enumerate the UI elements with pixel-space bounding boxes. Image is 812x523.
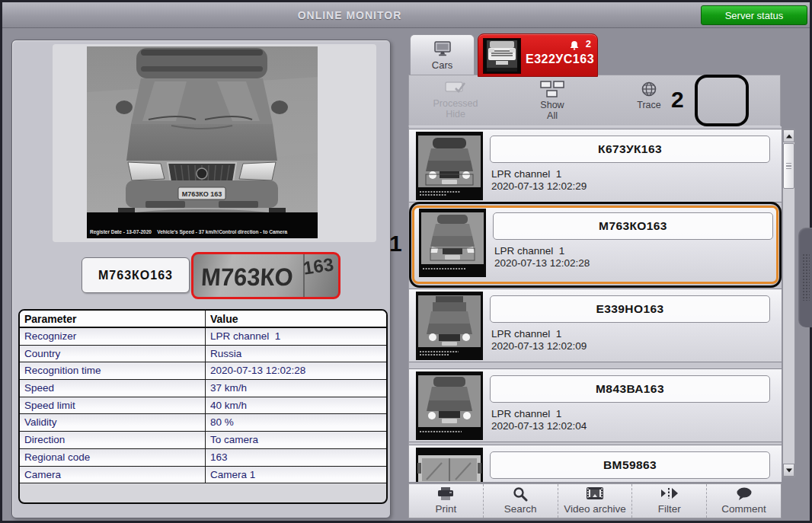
filter-label: Filter xyxy=(632,503,706,515)
row-parameter: Direction xyxy=(20,432,206,448)
row-parameter: Country xyxy=(20,346,206,362)
title-bar: ONLINE MONITOR Server status xyxy=(2,2,810,28)
video-archive-button[interactable]: Video archive xyxy=(558,484,632,518)
monitor-icon xyxy=(433,41,451,59)
plate-crop-inner: М763КО 163 xyxy=(193,254,338,297)
processed-icon xyxy=(445,81,466,97)
row-parameter: Speed limit xyxy=(20,397,206,414)
list-item-time: 2020-07-13 12:02:29 xyxy=(491,180,587,192)
filter-icon xyxy=(660,486,679,502)
comment-button[interactable]: Comment xyxy=(706,484,781,518)
comment-icon xyxy=(736,486,753,502)
overlay-line-1: Register Date - 13-07-2020 Vehicle's Spe… xyxy=(90,228,318,235)
list-item-plate: Е339НО163 xyxy=(490,295,770,323)
show-label-1: Show xyxy=(517,100,587,110)
print-label: Print xyxy=(409,503,483,515)
tab-cars[interactable]: Cars xyxy=(410,34,475,75)
table-row: Validity 80 % xyxy=(20,414,386,432)
arrow-up-icon xyxy=(786,134,792,138)
table-header-row: Parameter Value xyxy=(20,311,386,328)
show-label-2: All xyxy=(517,110,587,121)
row-value: 37 km/h xyxy=(206,380,386,397)
alarm-count-badge: 2 xyxy=(586,38,591,49)
table-row: Speed limit 40 km/h xyxy=(20,397,386,415)
recognized-plate-text: М763КО163 xyxy=(82,257,190,293)
scroll-down-button[interactable] xyxy=(783,464,794,477)
arrow-down-icon xyxy=(786,468,792,472)
list-item-plate: К673УК163 xyxy=(490,136,770,163)
search-label: Search xyxy=(484,503,558,515)
table-row: Camera Camera 1 xyxy=(20,467,386,484)
list-item-plate: М763КО163 xyxy=(493,212,773,240)
list-item-plate: ВМ59863 xyxy=(490,451,770,479)
vehicle-photo-graphic: М763КО 163 xyxy=(87,46,318,238)
list-item-channel: LPR channel 1 xyxy=(491,408,561,419)
table-row: Direction To camera xyxy=(20,432,386,449)
processed-label-1: Processed xyxy=(420,98,491,109)
vehicle-photo-container: М763КО 163 Register Date - 13-07-2020 Ve… xyxy=(53,44,376,242)
video-archive-icon xyxy=(586,486,604,502)
processed-label-2: Hide xyxy=(420,109,491,120)
row-parameter: Recognition time xyxy=(20,362,206,379)
plate-crop-image: М763КО 163 xyxy=(191,252,340,299)
list-item-plate: М843ВА163 xyxy=(490,375,770,403)
show-all-icon xyxy=(539,81,565,97)
row-value: Camera 1 xyxy=(206,467,386,483)
tab-alarm-vehicle[interactable]: Е322УС163 2 xyxy=(478,33,598,77)
tab-cars-label: Cars xyxy=(411,59,474,71)
online-monitor-window: ONLINE MONITOR Server status xyxy=(0,0,812,523)
table-row: Recognizer LPR channel 1 xyxy=(20,328,386,346)
alarm-tab-plate: Е322УС163 xyxy=(524,53,596,66)
list-item[interactable]: М843ВА163 LPR channel 1 2020-07-13 12:02… xyxy=(409,368,782,442)
bottom-toolbar: Print Search Video archive xyxy=(408,483,782,518)
car-plate-label: М763КО 163 xyxy=(182,190,222,198)
annotation-callout-1: 1 xyxy=(389,231,402,257)
scroll-up-button[interactable] xyxy=(783,129,794,142)
header-value: Value xyxy=(206,311,386,327)
list-item[interactable]: Е339НО163 LPR channel 1 2020-07-13 12:02… xyxy=(409,289,782,362)
annotation-callout-2: 2 xyxy=(671,87,684,113)
recognition-list: К673УК163 LPR channel 1 2020-07-13 12:02… xyxy=(408,126,782,482)
alarm-tab-thumbnail xyxy=(483,38,521,74)
list-item[interactable]: ВМ59863 xyxy=(409,445,782,482)
header-parameter: Parameter xyxy=(20,311,206,327)
table-row: Recognition time 2020-07-13 12:02:28 xyxy=(20,362,386,380)
printer-icon xyxy=(436,486,455,502)
show-all-button[interactable]: Show All xyxy=(517,79,587,123)
list-item[interactable]: К673УК163 LPR channel 1 2020-07-13 12:02… xyxy=(409,129,782,203)
search-button[interactable]: Search xyxy=(483,484,558,518)
list-item-thumbnail xyxy=(416,448,483,482)
row-value: 2020-07-13 12:02:28 xyxy=(206,362,386,379)
scrollbar-thumb[interactable] xyxy=(783,143,794,189)
side-drawer-handle[interactable] xyxy=(798,228,812,327)
video-archive-label: Video archive xyxy=(558,503,632,515)
table-row: Regional code 163 xyxy=(20,449,386,467)
row-parameter: Recognizer xyxy=(20,328,206,345)
row-value: 40 km/h xyxy=(206,397,386,414)
list-item-time: 2020-07-13 12:02:09 xyxy=(491,340,587,352)
processed-hide-button[interactable]: Processed Hide xyxy=(420,79,491,123)
server-status-button[interactable]: Server status xyxy=(701,5,807,25)
filter-button[interactable]: Filter xyxy=(631,484,706,518)
list-item-channel: LPR channel 1 xyxy=(494,245,564,257)
plate-crop-number: М763КО xyxy=(200,263,294,292)
list-item-time: 2020-07-13 12:02:28 xyxy=(494,257,590,269)
row-value: Russia xyxy=(206,346,386,362)
row-parameter: Speed xyxy=(20,380,206,397)
trace-globe-icon xyxy=(641,81,657,97)
list-item-selected[interactable]: М763КО163 LPR channel 1 2020-07-13 12:02… xyxy=(412,206,778,284)
list-item-thumbnail xyxy=(416,292,483,360)
row-value: To camera xyxy=(206,432,386,448)
row-value: 80 % xyxy=(206,414,386,431)
print-button[interactable]: Print xyxy=(409,484,483,518)
list-item-channel: LPR channel 1 xyxy=(491,168,561,180)
table-row: Speed 37 km/h xyxy=(20,380,386,397)
list-item-thumbnail xyxy=(419,209,486,277)
vehicle-photo: М763КО 163 Register Date - 13-07-2020 Ve… xyxy=(87,46,318,238)
list-item-time: 2020-07-13 12:02:04 xyxy=(491,420,587,432)
list-scrollbar[interactable] xyxy=(782,129,795,477)
row-value: 163 xyxy=(206,449,386,466)
list-item-channel: LPR channel 1 xyxy=(491,328,561,340)
row-parameter: Validity xyxy=(20,414,206,431)
comment-label: Comment xyxy=(707,503,781,515)
